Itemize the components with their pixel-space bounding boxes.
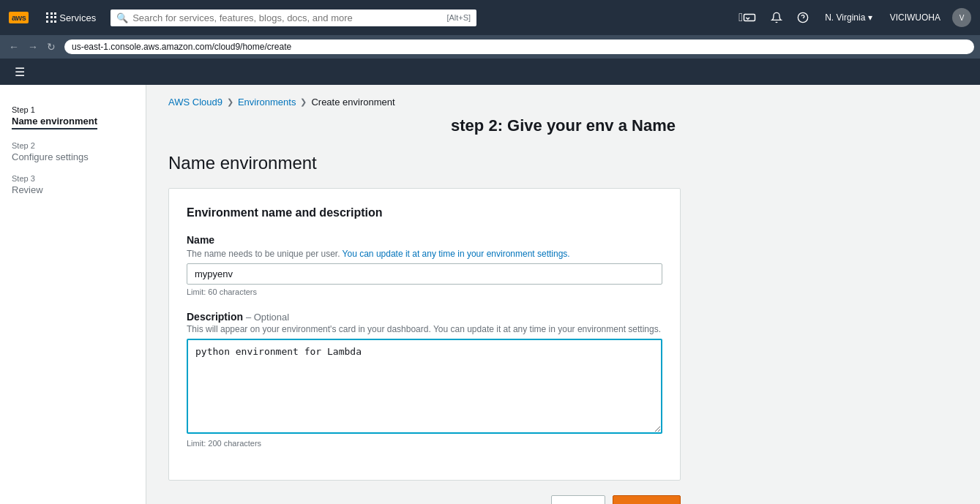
page-title: Name environment: [168, 153, 958, 173]
breadcrumb-environments[interactable]: Environments: [238, 97, 296, 108]
breadcrumb-sep-1: ❯: [227, 97, 233, 107]
cancel-button[interactable]: Cancel: [551, 495, 605, 504]
sidebar-step-3[interactable]: Step 3 Review: [0, 168, 146, 201]
name-field: Name The name needs to be unique per use…: [187, 234, 662, 296]
user-menu[interactable]: VICIWUOHA: [884, 10, 946, 26]
step-2-name: Configure settings: [12, 151, 89, 162]
description-hint: This will appear on your environment's c…: [187, 324, 662, 334]
breadcrumb-sep-2: ❯: [300, 97, 307, 107]
aws-logo: aws: [9, 12, 29, 23]
search-shortcut: [Alt+S]: [446, 13, 471, 22]
step-3-label: Step 3: [12, 174, 134, 183]
optional-text: – Optional: [246, 312, 289, 323]
next-step-button[interactable]: Next step: [613, 495, 681, 504]
search-input[interactable]: [132, 12, 442, 23]
name-hint-link[interactable]: You can update it at any time in your en…: [343, 249, 570, 259]
step-1-name: Name environment: [12, 116, 97, 129]
sidebar-step-1[interactable]: Step 1 Name environment: [0, 99, 146, 135]
description-label: Description – Optional: [187, 311, 662, 323]
search-bar[interactable]: 🔍 [Alt+S]: [111, 10, 476, 26]
cloud-shell-button[interactable]: : [734, 8, 760, 27]
aws-logo-text: aws: [9, 12, 29, 23]
description-limit: Limit: 200 characters: [187, 439, 662, 448]
url-bar: ← → ↻: [0, 35, 980, 59]
name-limit: Limit: 60 characters: [187, 287, 662, 296]
services-button[interactable]: Services: [40, 8, 102, 28]
form-card: Environment name and description Name Th…: [168, 188, 681, 481]
name-hint: The name needs to be unique per user. Yo…: [187, 249, 662, 259]
content-layout: Step 1 Name environment Step 2 Configure…: [0, 85, 980, 504]
secondary-nav: ☰: [0, 59, 980, 85]
name-input[interactable]: [187, 263, 662, 285]
breadcrumb-cloud9[interactable]: AWS Cloud9: [168, 97, 222, 108]
sidebar: Step 1 Name environment Step 2 Configure…: [0, 85, 146, 504]
hamburger-button[interactable]: ☰: [9, 62, 31, 82]
step-3-name: Review: [12, 184, 43, 195]
description-field: Description – Optional This will appear …: [187, 311, 662, 448]
breadcrumb: AWS Cloud9 ❯ Environments ❯ Create envir…: [168, 97, 958, 108]
description-label-text: Description: [187, 311, 243, 323]
url-input[interactable]: [64, 40, 974, 54]
notifications-button[interactable]: [766, 9, 787, 26]
top-nav: aws Services 🔍 [Alt+S] : [0, 0, 980, 35]
search-icon: 🔍: [116, 12, 128, 23]
step-1-label: Step 1: [12, 105, 134, 114]
description-input[interactable]: python environment for Lambda: [187, 339, 662, 434]
grid-icon: [46, 12, 56, 23]
forward-button[interactable]: →: [25, 40, 41, 54]
form-actions: Cancel Next step: [168, 495, 681, 504]
nav-right:  N. Virginia ▾ VICIWUOHA V: [734, 8, 971, 27]
services-label: Services: [59, 12, 96, 23]
overlay-heading: step 2: Give your env a Name: [168, 116, 958, 135]
step-2-label: Step 2: [12, 141, 134, 150]
region-selector[interactable]: N. Virginia ▾: [819, 10, 878, 26]
main-content: AWS Cloud9 ❯ Environments ❯ Create envir…: [146, 85, 980, 504]
breadcrumb-current: Create environment: [311, 97, 394, 108]
refresh-button[interactable]: ↻: [44, 40, 59, 54]
name-label: Name: [187, 234, 662, 246]
help-button[interactable]: [793, 9, 813, 26]
sidebar-step-2[interactable]: Step 2 Configure settings: [0, 135, 146, 168]
user-avatar[interactable]: V: [952, 8, 971, 27]
card-title: Environment name and description: [187, 206, 662, 219]
back-button[interactable]: ←: [6, 40, 22, 54]
browser-nav-arrows: ← → ↻: [6, 40, 59, 54]
name-hint-text: The name needs to be unique per user.: [187, 249, 343, 259]
